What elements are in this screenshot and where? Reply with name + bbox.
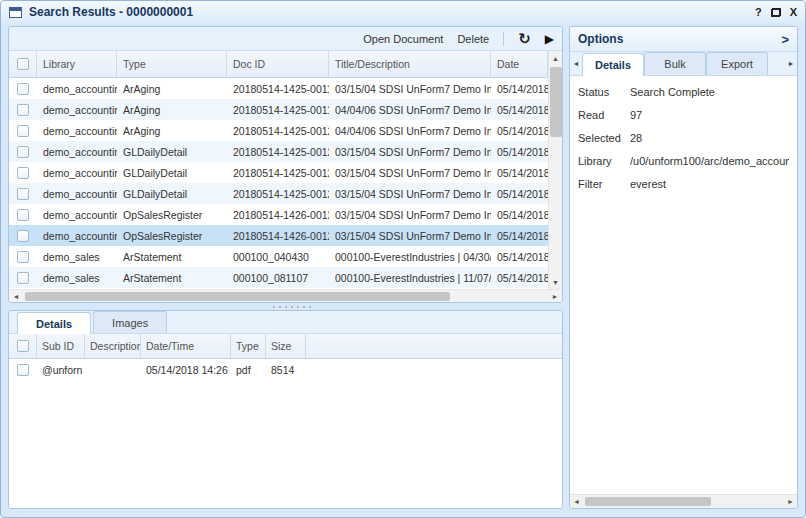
chevron-right-icon[interactable]: > — [781, 33, 789, 46]
cell-description — [85, 359, 141, 380]
scroll-down-icon[interactable]: ▼ — [549, 275, 562, 289]
horizontal-scrollbar-thumb[interactable] — [25, 292, 450, 301]
field-label: Library — [578, 155, 630, 167]
cell-library: demo_accounting — [37, 99, 117, 120]
row-checkbox[interactable] — [17, 209, 29, 221]
splitter-grip-icon — [285, 306, 287, 308]
options-horizontal-scrollbar[interactable]: ◄ ► — [570, 494, 797, 508]
delete-button[interactable]: Delete — [457, 33, 489, 45]
row-checkbox[interactable] — [17, 104, 29, 116]
options-content: Status Search Complete Read 97 Selected … — [570, 76, 797, 494]
cell-title: 03/15/04 SDSI UnForm7 Demo Inc. Pa — [329, 78, 491, 99]
row-checkbox[interactable] — [17, 251, 29, 263]
field-label: Status — [578, 86, 630, 98]
table-row[interactable]: demo_accounting ArAging 20180514-1425-00… — [9, 120, 548, 141]
select-all-checkbox[interactable] — [17, 58, 29, 70]
table-row[interactable]: demo_accounting GLDailyDetail 20180514-1… — [9, 141, 548, 162]
col-header-library[interactable]: Library — [37, 51, 117, 77]
table-row[interactable]: demo_accounting GLDailyDetail 20180514-1… — [9, 183, 548, 204]
results-grid-box: Open Document Delete ↻ ▶ Library Type Do… — [8, 26, 563, 303]
field-library: Library /u0/unform100/arc/demo_accountin… — [578, 155, 789, 167]
window-controls: ? X — [755, 7, 797, 18]
cell-doc-id: 20180514-1425-00122 — [227, 162, 329, 183]
cell-type: OpSalesRegister — [117, 204, 227, 225]
cell-type: ArAging — [117, 99, 227, 120]
options-scrollbar-thumb[interactable] — [585, 497, 711, 506]
row-checkbox[interactable] — [17, 125, 29, 137]
row-checkbox[interactable] — [17, 272, 29, 284]
table-row[interactable]: demo_accounting ArAging 20180514-1425-00… — [9, 99, 548, 120]
tab-options-bulk[interactable]: Bulk — [644, 52, 706, 75]
horizontal-scrollbar[interactable]: ◄ ► — [9, 289, 562, 302]
col-header-type[interactable]: Type — [117, 51, 227, 77]
scroll-left-icon[interactable]: ◄ — [9, 290, 23, 302]
restore-icon[interactable] — [771, 8, 781, 17]
cell-date: 05/14/2018 1 — [491, 78, 548, 99]
cell-doc-id: 20180514-1425-00120 — [227, 120, 329, 141]
col-header-size[interactable]: Size — [266, 334, 306, 358]
table-row-selected[interactable]: demo_accounting OpSalesRegister 20180514… — [9, 225, 548, 246]
cell-date: 05/14/2018 1 — [491, 183, 548, 204]
scroll-up-icon[interactable]: ▲ — [549, 51, 562, 65]
table-row[interactable]: demo_accounting GLDailyDetail 20180514-1… — [9, 162, 548, 183]
col-header-datetime[interactable]: Date/Time — [141, 334, 231, 358]
table-row[interactable]: demo_sales ArStatement 000100_040430 000… — [9, 246, 548, 267]
cell-date: 05/14/2018 1 — [491, 204, 548, 225]
cell-date: 05/14/2018 1 — [491, 225, 548, 246]
vertical-scrollbar[interactable]: ▲ ▼ — [548, 51, 562, 289]
cell-title: 04/04/06 SDSI UnForm7 Demo Inc. Pa — [329, 99, 491, 120]
cell-doc-id: 20180514-1425-00119 — [227, 99, 329, 120]
cell-title: 000100-EverestIndustries | 04/30/04 — [329, 246, 491, 267]
results-pane: Open Document Delete ↻ ▶ Library Type Do… — [8, 26, 563, 509]
scroll-right-icon[interactable]: ► — [784, 495, 797, 508]
row-checkbox[interactable] — [17, 83, 29, 95]
close-icon[interactable]: X — [790, 7, 797, 18]
window-body: Open Document Delete ↻ ▶ Library Type Do… — [1, 23, 805, 517]
col-header-date[interactable]: Date — [491, 51, 548, 77]
tab-details[interactable]: Details — [17, 312, 91, 334]
help-icon[interactable]: ? — [755, 7, 762, 18]
detail-row[interactable]: @unforn 05/14/2018 14:26 pdf 8514 — [9, 359, 562, 380]
row-checkbox[interactable] — [17, 146, 29, 158]
document-details-box: Details Images Sub ID Description Date/T… — [8, 310, 563, 509]
tab-scroll-right-icon[interactable]: ► — [785, 52, 797, 75]
cell-date: 05/14/2018 1 — [491, 141, 548, 162]
cell-size: 8514 — [266, 359, 306, 380]
tab-scroll-left-icon[interactable]: ◄ — [570, 52, 582, 75]
cell-type: ArStatement — [117, 267, 227, 288]
detail-row-checkbox[interactable] — [17, 364, 29, 376]
run-search-icon[interactable]: ▶ — [545, 32, 554, 46]
detail-select-all-checkbox[interactable] — [17, 340, 29, 352]
cell-type: OpSalesRegister — [117, 225, 227, 246]
vertical-scrollbar-thumb[interactable] — [550, 67, 562, 137]
cell-datetime: 05/14/2018 14:26 — [141, 359, 231, 380]
cell-library: demo_accounting — [37, 225, 117, 246]
tab-options-details[interactable]: Details — [582, 53, 644, 76]
cell-type: GLDailyDetail — [117, 141, 227, 162]
col-header-type[interactable]: Type — [231, 334, 266, 358]
options-title: Options — [578, 32, 623, 46]
col-header-doc-id[interactable]: Doc ID — [227, 51, 329, 77]
col-header-description[interactable]: Description — [85, 334, 141, 358]
cell-doc-id: 20180514-1425-00123 — [227, 183, 329, 204]
cell-doc-id: 000100_081107 — [227, 267, 329, 288]
window-title: Search Results - 0000000001 — [29, 5, 193, 19]
table-row[interactable]: demo_sales ArStatement 000100_081107 000… — [9, 267, 548, 288]
row-checkbox[interactable] — [17, 167, 29, 179]
open-document-button[interactable]: Open Document — [363, 33, 443, 45]
horizontal-splitter[interactable] — [8, 303, 563, 310]
scroll-right-icon[interactable]: ► — [548, 290, 562, 302]
row-checkbox[interactable] — [17, 230, 29, 242]
refresh-icon[interactable]: ↻ — [518, 32, 531, 46]
col-header-sub-id[interactable]: Sub ID — [37, 334, 85, 358]
row-checkbox[interactable] — [17, 188, 29, 200]
tab-images[interactable]: Images — [93, 311, 167, 333]
table-row[interactable]: demo_accounting ArAging 20180514-1425-00… — [9, 78, 548, 99]
scroll-left-icon[interactable]: ◄ — [570, 495, 583, 508]
field-label: Filter — [578, 178, 630, 190]
col-header-title[interactable]: Title/Description — [329, 51, 491, 77]
cell-title: 000100-EverestIndustries | 11/07/08 — [329, 267, 491, 288]
table-row[interactable]: demo_accounting OpSalesRegister 20180514… — [9, 204, 548, 225]
tab-options-export[interactable]: Export — [706, 52, 768, 75]
select-all-cell — [9, 51, 37, 77]
